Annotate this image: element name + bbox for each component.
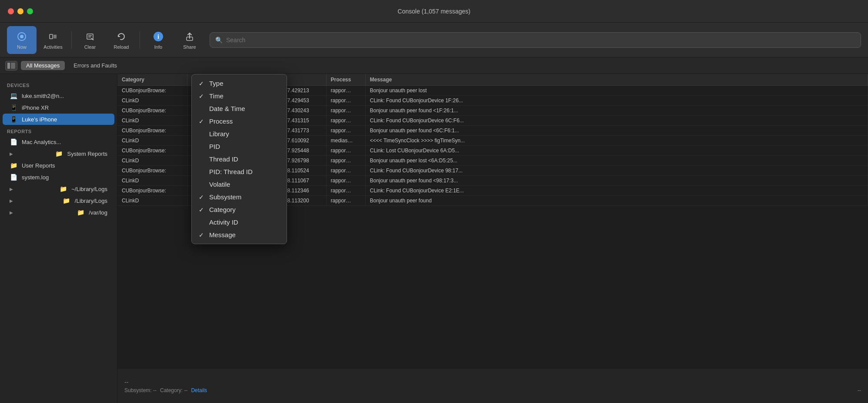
- cell-process: rappor…: [326, 96, 365, 106]
- checkmark-icon: ✓: [198, 194, 205, 201]
- dropdown-item-label: Message: [209, 231, 236, 238]
- cell-process: rappor…: [326, 196, 365, 206]
- cell-message: <<<< TimeSyncClock >>>> figTimeSyn...: [365, 136, 868, 146]
- sidebar-item-label: /var/log: [89, 209, 107, 216]
- sidebar-item-iphone-xr[interactable]: 📱 iPhone XR: [3, 102, 114, 113]
- filter-errors-faults[interactable]: Errors and Faults: [68, 61, 122, 70]
- reload-button[interactable]: Reload: [107, 26, 136, 54]
- status-meta: Subsystem: -- Category: -- Details --: [124, 387, 861, 393]
- cell-category: CLinkD: [117, 176, 187, 186]
- share-button[interactable]: Share: [175, 26, 204, 54]
- expand-arrow-icon-2: ▶: [10, 187, 13, 191]
- filter-all-messages[interactable]: All Messages: [21, 61, 65, 70]
- maximize-button[interactable]: [27, 8, 33, 14]
- sidebar-item-luke-smith[interactable]: 💻 luke.smith2@n...: [3, 90, 114, 101]
- expand-arrow-icon: ▶: [10, 151, 13, 156]
- column-message[interactable]: Message: [365, 74, 868, 86]
- svg-rect-14: [11, 63, 15, 69]
- dropdown-item-label: Volatile: [209, 181, 230, 188]
- search-input[interactable]: [226, 37, 855, 44]
- minimize-button[interactable]: [17, 8, 23, 14]
- sidebar-item-label: Mac Analytics...: [22, 139, 61, 145]
- dropdown-item-label: Thread ID: [209, 155, 238, 163]
- expand-arrow-icon-3: ▶: [10, 198, 13, 203]
- dropdown-item[interactable]: ✓ Thread ID: [192, 153, 287, 165]
- cell-category: CUBonjourBrowse:: [117, 106, 187, 116]
- cell-process: rappor…: [326, 156, 365, 166]
- sidebar-toggle[interactable]: [5, 61, 17, 71]
- dropdown-item[interactable]: ✓ PID: Thread ID: [192, 165, 287, 178]
- cell-message: CLink: Found CUBonjourDevice 98:17...: [365, 166, 868, 176]
- cell-category: CLinkD: [117, 116, 187, 126]
- clear-button[interactable]: Clear: [75, 26, 105, 54]
- cell-process: rappor…: [326, 176, 365, 186]
- dropdown-item[interactable]: ✓ Library: [192, 128, 287, 140]
- cell-category: CUBonjourBrowse:: [117, 166, 187, 176]
- dropdown-item[interactable]: ✓ Time: [192, 90, 287, 102]
- svg-point-1: [20, 35, 23, 38]
- sidebar-item-var-log[interactable]: ▶ 📁 /var/log: [3, 207, 114, 218]
- sidebar-item-mac-analytics[interactable]: 📄 Mac Analytics...: [3, 136, 114, 148]
- activities-button[interactable]: Activities: [38, 26, 68, 54]
- cell-process: rappor…: [326, 186, 365, 196]
- cell-process: rappor…: [326, 86, 365, 96]
- sidebar-item-label: Luke's iPhone: [22, 116, 57, 123]
- filter-bar: All Messages Errors and Faults: [0, 57, 868, 74]
- main-layout: Devices 💻 luke.smith2@n... 📱 iPhone XR 📱…: [0, 74, 868, 403]
- status-right: --: [858, 387, 861, 393]
- svg-text:i: i: [157, 34, 159, 40]
- close-button[interactable]: [8, 8, 14, 14]
- expand-arrow-icon-4: ▶: [10, 210, 13, 215]
- dropdown-item[interactable]: ✓ PID: [192, 140, 287, 153]
- column-category[interactable]: Category: [117, 74, 187, 86]
- cell-process: rappor…: [326, 106, 365, 116]
- dropdown-item-label: Category: [209, 206, 236, 213]
- dropdown-item[interactable]: ✓ Subsystem: [192, 191, 287, 203]
- file-icon: 📄: [10, 138, 17, 145]
- reload-icon: [115, 30, 127, 43]
- checkmark-icon: ✓: [198, 93, 205, 100]
- sidebar-item-lukes-iphone[interactable]: 📱 Luke's iPhone: [3, 114, 114, 125]
- column-process[interactable]: Process: [326, 74, 365, 86]
- sidebar-item-system-log[interactable]: 📄 system.log: [3, 171, 114, 183]
- now-button[interactable]: Now: [7, 26, 37, 54]
- svg-rect-2: [50, 34, 53, 39]
- reports-section-header: Reports: [0, 125, 117, 136]
- dropdown-item[interactable]: ✓ Category: [192, 203, 287, 216]
- dropdown-item[interactable]: ✓ Date & Time: [192, 102, 287, 115]
- sidebar-item-library-logs-home[interactable]: ▶ 📁 ~/Library/Logs: [3, 183, 114, 195]
- details-link[interactable]: Details: [191, 387, 207, 393]
- cell-message: Bonjour unauth peer lost: [365, 86, 868, 96]
- dropdown-item[interactable]: ✓ Volatile: [192, 178, 287, 191]
- sidebar-item-user-reports[interactable]: 📁 User Reports: [3, 160, 114, 171]
- folder-icon-2: 📁: [10, 162, 17, 169]
- sidebar-item-system-reports[interactable]: ▶ 📁 System Reports: [3, 148, 114, 159]
- activities-icon: [47, 30, 59, 43]
- clear-label: Clear: [84, 44, 96, 50]
- cell-process: rappor…: [326, 126, 365, 136]
- cell-category: CLinkD: [117, 156, 187, 166]
- dropdown-item[interactable]: ✓ Message: [192, 228, 287, 241]
- info-button[interactable]: i Info: [144, 26, 173, 54]
- cell-message: Bonjour unauth peer found <98:17:3...: [365, 176, 868, 186]
- phone-icon: 📱: [10, 104, 17, 111]
- dropdown-item[interactable]: ✓ Process: [192, 115, 287, 128]
- cell-message: CLink: Found CUBonjourDevice E2:1E...: [365, 186, 868, 196]
- sidebar-item-library-logs[interactable]: ▶ 📁 /Library/Logs: [3, 195, 114, 206]
- dropdown-item[interactable]: ✓ Activity ID: [192, 216, 287, 228]
- sidebar-item-label: System Reports: [67, 151, 107, 157]
- status-dash: --: [124, 379, 861, 386]
- cell-message: CLink: Found CUBonjourDevice 6C:F6...: [365, 116, 868, 126]
- search-icon: 🔍: [215, 37, 223, 44]
- checkmark-icon: ✓: [198, 206, 205, 213]
- folder-icon-4: 📁: [63, 197, 70, 204]
- sidebar-item-label: ~/Library/Logs: [71, 186, 107, 192]
- cell-message: Bonjour unauth peer found <1F:26:1...: [365, 106, 868, 116]
- folder-icon: 📁: [55, 150, 63, 157]
- dropdown-item-label: Process: [209, 118, 233, 125]
- dropdown-item[interactable]: ✓ Type: [192, 77, 287, 90]
- cell-process: rappor…: [326, 146, 365, 156]
- activities-label: Activities: [43, 44, 62, 50]
- sidebar: Devices 💻 luke.smith2@n... 📱 iPhone XR 📱…: [0, 74, 117, 403]
- checkmark-icon: ✓: [198, 118, 205, 125]
